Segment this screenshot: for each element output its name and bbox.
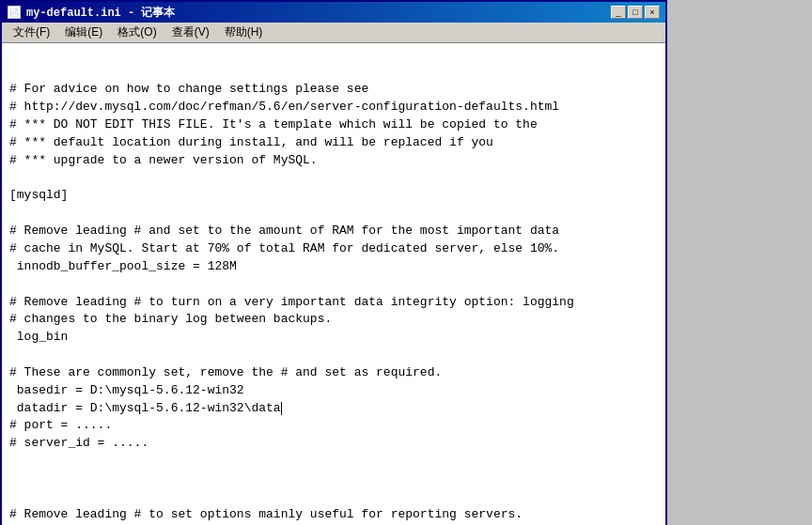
menu-format[interactable]: 格式(O)	[110, 23, 164, 42]
minimize-button[interactable]: _	[611, 6, 626, 19]
menu-edit[interactable]: 编辑(E)	[57, 23, 110, 42]
title-bar-left: 📄 my-default.ini - 记事本	[8, 5, 175, 21]
menu-bar: 文件(F) 编辑(E) 格式(O) 查看(V) 帮助(H)	[2, 23, 665, 43]
maximize-button[interactable]: □	[628, 6, 643, 19]
menu-view[interactable]: 查看(V)	[164, 23, 217, 42]
menu-file[interactable]: 文件(F)	[6, 23, 57, 42]
window-title: my-default.ini - 记事本	[26, 5, 175, 21]
text-editor[interactable]: # For advice on how to change settings p…	[2, 43, 665, 525]
close-button[interactable]: ×	[645, 6, 660, 19]
notepad-window: 📄 my-default.ini - 记事本 _ □ × 文件(F) 编辑(E)…	[0, 0, 667, 525]
app-icon: 📄	[8, 6, 21, 19]
file-content: # For advice on how to change settings p…	[9, 81, 658, 525]
menu-help[interactable]: 帮助(H)	[217, 23, 271, 42]
title-bar: 📄 my-default.ini - 记事本 _ □ ×	[2, 2, 665, 23]
window-controls: _ □ ×	[611, 6, 660, 19]
